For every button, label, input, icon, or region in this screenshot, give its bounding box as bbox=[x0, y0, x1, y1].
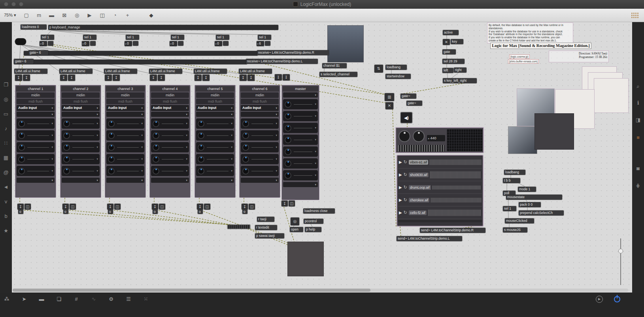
audio-note-icon[interactable]: ♪ bbox=[2, 125, 10, 132]
panel[interactable] bbox=[594, 78, 629, 113]
channel-strip[interactable]: channel 2midiinmidi flushAudio Input▾▾▾▾… bbox=[60, 85, 101, 198]
knob-row[interactable]: ▾ bbox=[106, 166, 144, 176]
speaker-left-icon[interactable]: ◄ bbox=[2, 184, 10, 191]
knob[interactable] bbox=[18, 168, 25, 174]
object-box[interactable]: loadmess 0 bbox=[21, 24, 47, 30]
midiin-box[interactable]: midiin bbox=[196, 92, 234, 98]
object-box[interactable]: right bbox=[454, 68, 466, 73]
knob[interactable] bbox=[198, 144, 204, 151]
icon-box[interactable]: ↧ bbox=[62, 204, 69, 210]
dial-knob-2[interactable] bbox=[413, 130, 425, 142]
knob[interactable] bbox=[285, 113, 291, 120]
object-box[interactable]: sel 1 bbox=[126, 35, 139, 40]
knob-row[interactable]: ▾ bbox=[62, 154, 100, 164]
channel-dropdown[interactable]: ▾ bbox=[241, 178, 279, 183]
knob-row[interactable]: ▾ bbox=[151, 154, 189, 164]
knob[interactable] bbox=[242, 144, 249, 151]
knob-row[interactable]: ▾ bbox=[283, 146, 318, 157]
icon-box[interactable]: ◫ bbox=[249, 204, 255, 210]
knob-row[interactable]: ▾ bbox=[17, 166, 55, 176]
snippets-icon[interactable]: ∷ bbox=[2, 140, 10, 147]
object-box[interactable]: send~ L4M.toChannelStrip.demo.R bbox=[420, 228, 485, 233]
patcher-canvas[interactable]: 440 ▶↻vibes-a1.aif▶↻sho0630.aif▶↻drumLoo… bbox=[12, 22, 632, 293]
knob[interactable] bbox=[18, 156, 25, 163]
device-dropdown[interactable]: ▾ bbox=[106, 112, 144, 117]
object-box[interactable] bbox=[178, 41, 183, 46]
object-box[interactable]: o bbox=[108, 209, 113, 214]
channel-dropdown[interactable]: ▾ bbox=[106, 178, 144, 183]
capture-icon[interactable]: ◙ bbox=[634, 165, 642, 172]
mixer-icon[interactable]: ⋕ bbox=[634, 182, 642, 189]
number-box[interactable]: 6 bbox=[257, 41, 264, 46]
icon-box[interactable]: ↧ bbox=[23, 75, 30, 81]
knob-row[interactable]: ▾ bbox=[151, 142, 189, 152]
channel-strip[interactable]: channel 1midiinmidi flushAudio Input▾▾▾▾… bbox=[15, 85, 56, 198]
object-box[interactable]: o bbox=[198, 209, 203, 214]
icon-box[interactable]: ↧ bbox=[158, 75, 165, 81]
object-box[interactable]: p sawai.taeji bbox=[255, 233, 284, 238]
object-box[interactable]: gate~ 6 bbox=[28, 50, 48, 55]
patch-cord[interactable] bbox=[47, 30, 51, 35]
knob-row[interactable]: ▾ bbox=[241, 118, 279, 129]
knob-row[interactable]: ▾ bbox=[106, 142, 144, 152]
loop-icon[interactable]: ↻ bbox=[404, 185, 407, 190]
audio-toggle-button[interactable]: ◀) bbox=[400, 112, 412, 123]
object-box[interactable]: sel 28 29 bbox=[442, 59, 465, 64]
frequency-number-box[interactable]: 440 bbox=[427, 135, 445, 141]
gain-slider[interactable] bbox=[618, 238, 623, 285]
device-dropdown[interactable]: ▾ bbox=[17, 112, 55, 117]
knob[interactable] bbox=[285, 137, 291, 143]
playlist-row[interactable]: ▶↻cherokee.aif bbox=[398, 194, 482, 206]
new-comment-icon[interactable]: ▬ bbox=[48, 11, 56, 19]
object-box[interactable]: gate~ bbox=[406, 101, 422, 106]
knob[interactable] bbox=[198, 156, 204, 163]
icon-box[interactable]: ◫ bbox=[25, 204, 31, 210]
icon-box[interactable]: ↧ bbox=[240, 75, 247, 81]
vizzie-icon[interactable]: v bbox=[2, 198, 10, 205]
patch-cord[interactable] bbox=[400, 227, 401, 236]
icon-box[interactable]: ↧ bbox=[242, 204, 248, 210]
channel-dropdown[interactable]: ▾ bbox=[196, 178, 234, 183]
number-box[interactable]: 0 bbox=[40, 41, 47, 46]
knob-row[interactable]: ▾ bbox=[17, 154, 55, 164]
add-object-icon[interactable]: + bbox=[124, 11, 132, 19]
knob-row[interactable]: ▾ bbox=[196, 118, 234, 129]
patch-cord[interactable] bbox=[54, 30, 223, 35]
play-icon[interactable]: ▶ bbox=[399, 173, 402, 177]
multislider[interactable] bbox=[398, 145, 445, 152]
object-box[interactable]: p help bbox=[305, 227, 321, 232]
knob-row[interactable]: ▾ bbox=[17, 130, 55, 141]
knob-row[interactable]: ▾ bbox=[196, 142, 234, 152]
knob-row[interactable]: ▾ bbox=[196, 130, 234, 141]
run-button[interactable]: ▶ bbox=[596, 296, 603, 303]
object-box[interactable] bbox=[14, 60, 247, 64]
object-box[interactable]: mousestate bbox=[506, 195, 562, 200]
object-box[interactable]: mouseClicked bbox=[505, 218, 534, 223]
object-palette-icon[interactable] bbox=[631, 12, 638, 19]
midiin-box[interactable]: midiin bbox=[106, 92, 144, 98]
knob-row[interactable]: ▾ bbox=[241, 166, 279, 176]
audio-power-button[interactable] bbox=[614, 296, 620, 302]
knob[interactable] bbox=[242, 156, 249, 163]
layers-icon[interactable]: ❏ bbox=[55, 296, 62, 303]
knob[interactable] bbox=[18, 144, 25, 151]
icon-box[interactable]: ◫ bbox=[159, 204, 165, 210]
new-dial-icon[interactable]: ◎ bbox=[73, 11, 81, 19]
object-box[interactable]: receive~ L4M.toChannelStrip.demo.R bbox=[257, 50, 329, 55]
object-box[interactable]: s mouseJS bbox=[503, 227, 527, 233]
icon-box[interactable]: ↧ bbox=[68, 75, 75, 81]
panel[interactable] bbox=[327, 25, 364, 62]
object-box[interactable]: mode 1 bbox=[518, 187, 536, 192]
console-list-icon[interactable]: ≡ bbox=[634, 134, 642, 141]
icon-box[interactable]: ↧ bbox=[105, 75, 112, 81]
minimize-button[interactable] bbox=[11, 2, 16, 6]
knob[interactable] bbox=[285, 101, 291, 108]
knob-row[interactable]: ▾ bbox=[151, 118, 189, 129]
midi-flush-box[interactable]: midi flush bbox=[17, 99, 55, 104]
knob[interactable] bbox=[242, 168, 249, 174]
midiin-box[interactable]: midiin bbox=[62, 92, 100, 98]
object-box[interactable]: sel 1 bbox=[216, 35, 229, 40]
panel[interactable] bbox=[287, 242, 324, 276]
playlist-row[interactable]: ▶↻cello-f2.aif bbox=[398, 206, 482, 219]
patch-cord[interactable] bbox=[451, 73, 459, 78]
